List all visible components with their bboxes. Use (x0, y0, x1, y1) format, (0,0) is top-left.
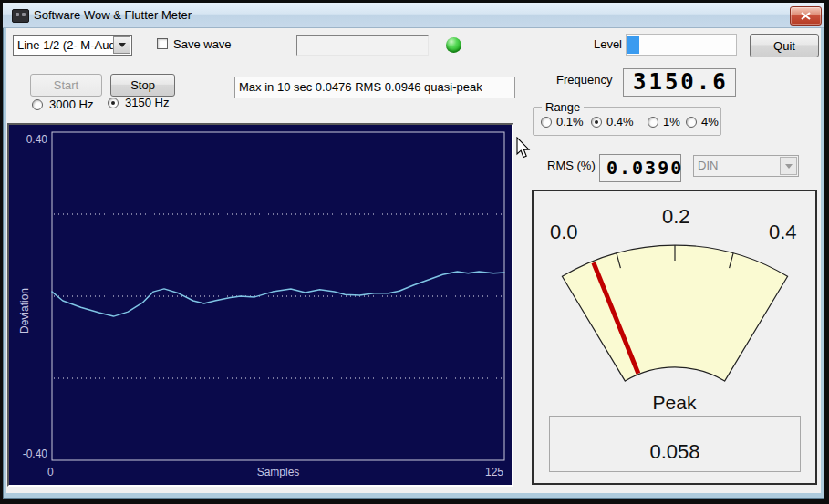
weighting-select-open-button (780, 157, 797, 175)
radio-range-0_4[interactable] (591, 117, 602, 128)
level-bar-fill (627, 36, 639, 54)
rms-label: RMS (%) (547, 159, 596, 172)
radio-range-0_4-label: 0.4% (606, 115, 634, 129)
radio-3000hz[interactable] (32, 99, 43, 110)
titlebar[interactable]: Software Wow & Flutter Meter (3, 3, 824, 28)
gauge-scale-min: 0.0 (550, 221, 586, 244)
x-axis-title: Samples (187, 466, 369, 478)
device-select-value: Line 1/2 (2- M-Audio De (17, 38, 113, 52)
radio-3150hz-label: 3150 Hz (125, 96, 169, 109)
gauge-scale-max: 0.4 (769, 221, 805, 244)
radio-3000hz-label: 3000 Hz (49, 98, 93, 111)
quit-button[interactable]: Quit (750, 34, 819, 57)
radio-3150hz[interactable] (108, 98, 119, 108)
rms-value: 0.0390 (606, 157, 683, 179)
window-title: Software Wow & Flutter Meter (34, 8, 192, 22)
gauge-scale-mid: 0.2 (662, 205, 699, 229)
peak-meter-panel: 0.0 0.2 0.4 Peak 0.058 (532, 190, 817, 485)
device-select[interactable]: Line 1/2 (2- M-Audio De (13, 35, 132, 56)
chevron-down-icon (785, 164, 793, 169)
peak-value-box: 0.058 (549, 416, 801, 472)
start-button-label: Start (54, 78, 78, 92)
status-readout: Max in 10 sec 0.0476 RMS 0.0946 quasi-pe… (234, 77, 515, 98)
radio-range-4-label: 4% (701, 115, 719, 129)
start-button[interactable]: Start (30, 74, 102, 97)
peak-value: 0.058 (649, 440, 699, 464)
x-axis-max-label: 125 (471, 466, 503, 478)
stop-button[interactable]: Stop (110, 74, 175, 97)
y-axis-min-label: -0.40 (11, 447, 47, 460)
close-button[interactable] (790, 6, 822, 26)
radio-range-4[interactable] (686, 117, 697, 128)
save-wave-label: Save wave (173, 37, 232, 51)
level-label: Level (591, 37, 622, 51)
wave-file-field[interactable] (296, 35, 429, 56)
radio-range-0_1[interactable] (541, 117, 552, 128)
range-group-label: Range (542, 100, 584, 114)
x-axis-min-label: 0 (47, 466, 54, 478)
application-window: Software Wow & Flutter Meter Line 1/2 (2… (0, 0, 829, 504)
frequency-display: 3150.6 (623, 68, 736, 97)
quit-button-label: Quit (773, 39, 795, 53)
radio-range-1-label: 1% (663, 115, 680, 129)
app-icon (12, 9, 29, 23)
save-wave-checkbox[interactable] (157, 38, 168, 49)
weighting-select-value: DIN (698, 159, 780, 172)
level-bar (626, 34, 737, 56)
y-axis-max-label: 0.40 (15, 133, 47, 146)
peak-label: Peak (534, 392, 815, 414)
mouse-cursor-icon (516, 137, 533, 160)
weighting-select[interactable]: DIN (693, 155, 799, 177)
device-select-open-button[interactable] (113, 36, 130, 54)
rms-display: 0.0390 (599, 154, 681, 182)
deviation-chart (9, 125, 512, 485)
status-text: Max in 10 sec 0.0476 RMS 0.0946 quasi-pe… (239, 80, 482, 94)
radio-range-1[interactable] (648, 117, 658, 128)
radio-range-0_1-label: 0.1% (556, 115, 584, 129)
stop-button-label: Stop (130, 78, 155, 92)
chevron-down-icon (119, 43, 126, 47)
close-icon (801, 12, 811, 20)
signal-led-icon (446, 37, 461, 53)
frequency-value: 3150.6 (633, 69, 729, 95)
y-axis-title: Deviation (18, 261, 31, 334)
frequency-label: Frequency (556, 73, 612, 87)
